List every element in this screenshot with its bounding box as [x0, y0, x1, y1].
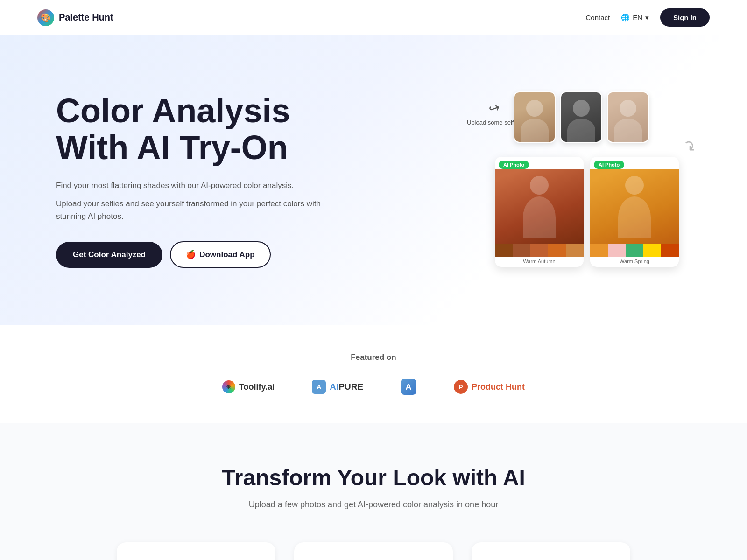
nav-right: Contact 🌐 EN ▾ Sign In	[585, 8, 710, 27]
swatch-1	[495, 244, 513, 257]
hero-left: Color Analysis With AI Try-On Find your …	[56, 92, 327, 268]
apple-icon: 🍎	[186, 250, 196, 259]
person-head-2	[625, 176, 644, 195]
logo[interactable]: 🎨 Palette Hunt	[37, 9, 113, 26]
featured-title: Featured on	[37, 353, 710, 362]
warm-autumn-label: Warm Autumn	[495, 257, 584, 267]
aipure-logo[interactable]: A AIPURE	[312, 380, 363, 394]
person-body-2	[618, 196, 651, 238]
warm-autumn-palette	[495, 244, 584, 257]
hero-desc1: Find your most flattering shades with ou…	[56, 179, 327, 192]
producthunt-label: Product Hunt	[472, 382, 525, 392]
warm-spring-palette	[590, 244, 679, 257]
lang-label: EN	[633, 14, 642, 21]
logo-text: Palette Hunt	[59, 12, 113, 23]
contact-link[interactable]: Contact	[585, 14, 610, 21]
hero-image-area: ↪ Upload some selfies ↷ AI Photo	[467, 82, 710, 278]
feature-card-1: 📷	[117, 542, 275, 560]
person-body-1	[523, 196, 556, 238]
get-color-analyzed-button[interactable]: Get Color Analyzed	[56, 242, 162, 268]
transform-desc: Upload a few photos and get AI-powered c…	[37, 500, 710, 510]
selfie-row	[514, 91, 649, 143]
language-selector[interactable]: 🌐 EN ▾	[621, 14, 649, 22]
swatch-7	[608, 244, 626, 257]
swatch-9	[643, 244, 661, 257]
hero-title: Color Analysis With AI Try-On	[56, 92, 327, 166]
swatch-5	[566, 244, 584, 257]
warm-spring-image	[590, 169, 679, 244]
logo-icon: 🎨	[37, 9, 54, 26]
a-icon: A	[401, 379, 416, 395]
selfie-card-1	[514, 91, 556, 143]
connect-arrow-icon: ↷	[679, 136, 700, 158]
transform-section: Transform Your Look with AI Upload a few…	[0, 423, 747, 560]
feature-card-2: 📊	[294, 542, 453, 560]
warm-autumn-image	[495, 169, 584, 244]
signin-button[interactable]: Sign In	[660, 8, 710, 27]
producthunt-icon: P	[454, 380, 468, 394]
navbar: 🎨 Palette Hunt Contact 🌐 EN ▾ Sign In	[0, 0, 747, 35]
hero-desc2: Upload your selfies and see yourself tra…	[56, 197, 327, 223]
aipure-label: AIPURE	[330, 382, 363, 392]
feature-card-3: 😊	[472, 542, 630, 560]
ai-badge-1: AI Photo	[499, 161, 529, 169]
warm-spring-label: Warm Spring	[590, 257, 679, 267]
producthunt-logo[interactable]: P Product Hunt	[454, 380, 525, 394]
person-head-1	[530, 176, 549, 195]
result-row: AI Photo Warm Autumn AI	[495, 157, 679, 267]
feature-cards: 📷 📊 😊	[37, 542, 710, 560]
a-logo[interactable]: A	[401, 379, 416, 395]
swatch-8	[626, 244, 643, 257]
selfie-card-3	[607, 91, 649, 143]
hero-buttons: Get Color Analyzed 🍎 Download App	[56, 241, 327, 268]
featured-logos: ✳ Toolify.ai A AIPURE A P Product Hunt	[37, 379, 710, 395]
ai-badge-2: AI Photo	[594, 161, 624, 169]
selfie-card-2	[560, 91, 602, 143]
swatch-2	[513, 244, 530, 257]
swatch-6	[590, 244, 608, 257]
toolify-label: Toolify.ai	[239, 382, 275, 392]
swatch-4	[548, 244, 566, 257]
aipure-icon: A	[312, 380, 326, 394]
featured-section: Featured on ✳ Toolify.ai A AIPURE A P Pr…	[0, 325, 747, 423]
result-card-warm-spring: AI Photo Warm Spring	[590, 157, 679, 267]
swatch-3	[530, 244, 548, 257]
chevron-down-icon: ▾	[645, 14, 649, 22]
transform-title: Transform Your Look with AI	[37, 465, 710, 490]
download-app-button[interactable]: 🍎 Download App	[170, 241, 270, 268]
result-card-warm-autumn: AI Photo Warm Autumn	[495, 157, 584, 267]
person-silhouette-1	[521, 176, 558, 237]
upload-arrow-icon: ↪	[486, 99, 502, 118]
toolify-logo[interactable]: ✳ Toolify.ai	[222, 380, 275, 393]
hero-section: Color Analysis With AI Try-On Find your …	[0, 35, 747, 325]
globe-icon: 🌐	[621, 14, 630, 22]
person-silhouette-2	[616, 176, 653, 237]
toolify-icon: ✳	[222, 380, 235, 393]
swatch-10	[661, 244, 679, 257]
